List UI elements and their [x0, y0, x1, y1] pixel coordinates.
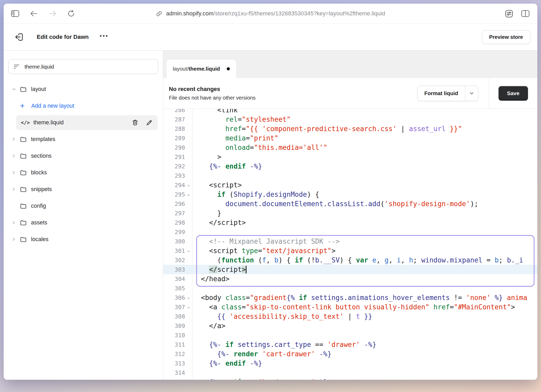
- url-path: /store/rzq1xu-f5/themes/132683530345?key…: [213, 10, 385, 17]
- line-number: 294: [175, 182, 185, 188]
- code-line-306[interactable]: 306<body class="gradient{% if settings.a…: [163, 293, 537, 302]
- code-line-291[interactable]: 291 >: [163, 152, 537, 162]
- reload-icon[interactable]: [67, 10, 75, 17]
- line-number: 305: [175, 285, 185, 292]
- sidebar-item-config[interactable]: config: [4, 198, 163, 214]
- code-line-312[interactable]: 312 {%- render 'cart-drawer' -%}: [163, 349, 537, 359]
- exit-editor-icon[interactable]: [14, 32, 24, 42]
- chevron-right-icon[interactable]: [12, 137, 16, 142]
- more-actions-icon[interactable]: •••: [100, 33, 108, 41]
- code-line-298[interactable]: 298 </script>: [163, 218, 537, 227]
- chevron-down-icon[interactable]: [12, 87, 16, 91]
- line-number: 313: [175, 360, 185, 367]
- fold-chevron-icon[interactable]: [185, 183, 192, 188]
- tab-file-label: theme.liquid: [188, 66, 220, 72]
- fold-spacer: [185, 353, 192, 354]
- line-number: 296: [175, 201, 185, 207]
- line-number: 292: [175, 163, 185, 170]
- page-settings-icon[interactable]: [505, 9, 513, 18]
- code-line-310[interactable]: 310: [163, 330, 537, 340]
- folder-label: config: [31, 203, 46, 209]
- line-number: 290: [175, 144, 185, 151]
- fold-chevron-icon[interactable]: [185, 248, 192, 253]
- code-line-308[interactable]: 308 {{ 'accessibility.skip_to_text' | t …: [163, 312, 537, 321]
- link-icon: [156, 10, 162, 17]
- chevron-right-icon[interactable]: [12, 170, 16, 175]
- save-button[interactable]: Save: [499, 86, 528, 101]
- sidebar-item-sections[interactable]: sections: [4, 148, 163, 164]
- pencil-icon[interactable]: [146, 119, 153, 126]
- fold-spacer: [185, 213, 192, 214]
- code-line-307[interactable]: 307 <a class="skip-to-content-link butto…: [163, 302, 537, 312]
- preview-store-button[interactable]: Preview store: [482, 30, 530, 44]
- sidebar-item-templates[interactable]: templates: [4, 131, 163, 148]
- forward-icon[interactable]: [48, 10, 57, 17]
- search-input[interactable]: [24, 63, 153, 70]
- chevron-right-icon[interactable]: [12, 220, 16, 225]
- browser-window: admin.shopify.com/store/rzq1xu-f5/themes…: [4, 4, 537, 380]
- code-line-305[interactable]: 305: [163, 284, 537, 293]
- sidebar-item-add-a-new-layout[interactable]: +Add a new layout: [4, 97, 163, 114]
- split-view-icon[interactable]: [521, 10, 530, 17]
- code-line-313[interactable]: 313 {%- endif -%}: [163, 359, 537, 368]
- folder-icon: [20, 219, 27, 226]
- trash-icon[interactable]: [132, 119, 139, 126]
- sidebar-item-snippets[interactable]: snippets: [4, 181, 163, 198]
- code-line-294[interactable]: 294 <script>: [163, 180, 537, 190]
- sidebar-item-blocks[interactable]: blocks: [4, 164, 163, 181]
- folder-label: snippets: [31, 186, 52, 193]
- code-line-292[interactable]: 292 {%- endif -%}: [163, 162, 537, 171]
- code-line-287[interactable]: 287 rel="stylesheet": [163, 115, 537, 124]
- format-liquid-label[interactable]: Format liquid: [417, 86, 465, 101]
- fold-chevron-icon[interactable]: [185, 305, 192, 310]
- folder-icon: [20, 236, 27, 243]
- chevron-right-icon[interactable]: [12, 237, 16, 242]
- selected-file-row[interactable]: </>theme.liquid: [16, 115, 158, 130]
- code-line-297[interactable]: 297 }: [163, 209, 537, 218]
- code-line-289[interactable]: 289 media="print": [163, 133, 537, 143]
- app-header: Edit code for Dawn ••• Preview store: [4, 24, 537, 51]
- code-line-290[interactable]: 290 onload="this.media='all'": [163, 143, 537, 152]
- status-subtitle: File does not have any other versions: [169, 95, 255, 101]
- file-search[interactable]: [8, 59, 158, 74]
- format-liquid-button[interactable]: Format liquid: [417, 86, 478, 101]
- code-line-286[interactable]: 286 <link: [163, 109, 537, 115]
- sidebar-item-layout[interactable]: layout: [4, 81, 163, 97]
- line-number: 301: [175, 248, 185, 254]
- chevron-down-icon: [469, 90, 475, 96]
- fold-chevron-icon[interactable]: [185, 295, 192, 300]
- line-number: 311: [175, 341, 185, 348]
- chevron-right-icon[interactable]: [12, 154, 16, 158]
- sidebar-item-locales[interactable]: locales: [4, 231, 163, 248]
- format-options-chevron[interactable]: [465, 86, 478, 101]
- sidebar-item-theme.liquid[interactable]: </>theme.liquid: [4, 114, 163, 131]
- code-editor[interactable]: 286 <link287 rel="stylesheet"288 href="{…: [163, 109, 537, 380]
- unsaved-dot: [227, 67, 230, 70]
- line-number: 306: [175, 295, 185, 301]
- code-line-299[interactable]: 299: [163, 227, 537, 237]
- tab-theme-liquid[interactable]: layout/theme.liquid: [167, 60, 236, 78]
- back-icon[interactable]: [30, 10, 38, 17]
- code-line-296[interactable]: 296 document.documentElement.classList.a…: [163, 199, 537, 209]
- fold-chevron-icon[interactable]: [185, 192, 192, 197]
- code-line-309[interactable]: 309 </a>: [163, 321, 537, 330]
- address-bar[interactable]: admin.shopify.com/store/rzq1xu-f5/themes…: [156, 10, 385, 17]
- url-host: admin.shopify.com: [166, 10, 213, 17]
- line-number: 315: [175, 379, 185, 380]
- chevron-right-icon[interactable]: [12, 187, 16, 192]
- line-number: 314: [175, 370, 185, 376]
- code-line-300[interactable]: 300 <!-- Mixpanel Javascript SDK -->: [163, 237, 537, 246]
- code-line-303[interactable]: 303 </script>: [163, 265, 537, 274]
- status-title: No recent changes: [169, 86, 255, 93]
- code-line-293[interactable]: 293: [163, 171, 537, 180]
- code-line-302[interactable]: 302 (function (f, b) { if (!b.__SV) { va…: [163, 255, 537, 265]
- code-line-295[interactable]: 295 if (Shopify.designMode) {: [163, 190, 537, 199]
- sidebar-toggle-icon[interactable]: [11, 10, 19, 17]
- code-line-288[interactable]: 288 href="{{ 'component-predictive-searc…: [163, 124, 537, 133]
- code-line-304[interactable]: 304</head>: [163, 274, 537, 284]
- code-line-315[interactable]: 315 {% sections 'header-group' %}: [163, 377, 537, 380]
- code-line-314[interactable]: 314: [163, 368, 537, 377]
- code-line-301[interactable]: 301 <script type="text/javascript">: [163, 246, 537, 255]
- sidebar-item-assets[interactable]: assets: [4, 214, 163, 231]
- code-line-311[interactable]: 311 {%- if settings.cart_type == 'drawer…: [163, 340, 537, 349]
